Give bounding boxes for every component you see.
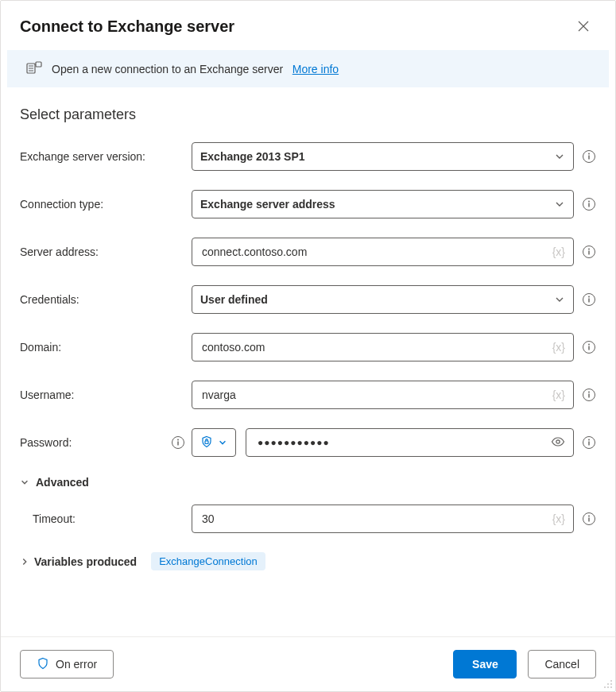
- close-icon: [578, 21, 589, 32]
- info-icon: [582, 197, 596, 211]
- password-label: Password:: [20, 436, 72, 449]
- exchange-version-info-button[interactable]: [582, 149, 596, 164]
- svg-point-15: [588, 344, 590, 346]
- variable-token-icon[interactable]: {x}: [552, 341, 565, 354]
- credentials-value: User defined: [200, 293, 268, 306]
- svg-rect-10: [588, 251, 589, 255]
- variable-token-icon[interactable]: {x}: [552, 245, 565, 258]
- section-title: Select parameters: [20, 106, 596, 123]
- server-address-input[interactable]: {x}: [192, 238, 574, 266]
- svg-point-31: [610, 680, 612, 682]
- credentials-info-button[interactable]: [582, 292, 596, 307]
- info-icon: [582, 292, 596, 307]
- connection-type-select[interactable]: Exchange server address: [192, 190, 574, 218]
- credentials-select[interactable]: User defined: [192, 285, 574, 314]
- password-value: ●●●●●●●●●●●: [258, 437, 330, 448]
- timeout-field[interactable]: [200, 512, 552, 526]
- password-label-info-button[interactable]: [171, 435, 185, 450]
- server-address-field[interactable]: [200, 245, 552, 259]
- svg-rect-1: [36, 62, 41, 67]
- svg-point-29: [588, 516, 590, 517]
- info-icon: [171, 435, 185, 450]
- svg-point-33: [610, 683, 612, 685]
- server-address-info-button[interactable]: [582, 245, 596, 259]
- svg-rect-30: [588, 518, 589, 522]
- advanced-title: Advanced: [36, 476, 89, 489]
- variable-chip[interactable]: ExchangeConnection: [151, 552, 265, 570]
- svg-point-32: [607, 683, 609, 685]
- variable-token-icon[interactable]: {x}: [552, 512, 565, 525]
- timeout-info-button[interactable]: [582, 512, 596, 526]
- svg-point-9: [588, 249, 590, 250]
- chevron-down-icon: [20, 477, 29, 487]
- svg-point-26: [588, 439, 590, 441]
- svg-point-3: [588, 153, 590, 155]
- on-error-button[interactable]: On error: [20, 650, 114, 678]
- domain-label: Domain:: [20, 341, 192, 354]
- svg-rect-23: [205, 441, 208, 444]
- credentials-label: Credentials:: [20, 293, 192, 306]
- chevron-down-icon: [554, 151, 565, 162]
- resize-grip[interactable]: [602, 678, 614, 690]
- username-input[interactable]: {x}: [192, 381, 574, 409]
- username-field[interactable]: [200, 388, 552, 402]
- domain-input[interactable]: {x}: [192, 333, 574, 361]
- server-address-label: Server address:: [20, 245, 192, 258]
- shield-icon: [37, 657, 49, 672]
- connection-type-label: Connection type:: [20, 198, 192, 211]
- svg-point-21: [177, 439, 179, 441]
- reveal-password-button[interactable]: [551, 435, 565, 451]
- on-error-label: On error: [56, 658, 97, 671]
- info-icon: [582, 149, 596, 164]
- svg-rect-22: [177, 442, 178, 446]
- username-label: Username:: [20, 389, 192, 401]
- chevron-down-icon: [218, 438, 227, 447]
- save-button[interactable]: Save: [453, 650, 517, 678]
- info-icon: [582, 245, 596, 259]
- domain-field[interactable]: [200, 340, 552, 354]
- svg-point-34: [604, 686, 606, 688]
- exchange-version-value: Exchange 2013 SP1: [200, 150, 305, 163]
- timeout-input[interactable]: {x}: [192, 505, 574, 533]
- svg-rect-19: [588, 394, 589, 398]
- password-input[interactable]: ●●●●●●●●●●●: [246, 428, 574, 457]
- password-info-button[interactable]: [582, 435, 596, 450]
- svg-point-36: [610, 686, 612, 688]
- timeout-label: Timeout:: [33, 512, 192, 525]
- cancel-button[interactable]: Cancel: [528, 650, 596, 678]
- connection-type-info-button[interactable]: [582, 197, 596, 211]
- exchange-version-label: Exchange server version:: [20, 150, 192, 163]
- svg-rect-4: [588, 156, 589, 160]
- variable-token-icon[interactable]: {x}: [552, 389, 565, 401]
- info-icon: [582, 340, 596, 354]
- svg-rect-16: [588, 346, 589, 350]
- variables-produced-toggle[interactable]: Variables produced ExchangeConnection: [20, 552, 596, 570]
- close-button[interactable]: [571, 14, 596, 39]
- chevron-down-icon: [554, 199, 565, 210]
- svg-point-24: [556, 439, 560, 443]
- svg-rect-27: [588, 442, 589, 446]
- svg-point-35: [607, 686, 609, 688]
- info-icon: [582, 435, 596, 450]
- server-connect-icon: [26, 60, 42, 78]
- svg-rect-7: [588, 203, 589, 207]
- connection-type-value: Exchange server address: [200, 198, 335, 211]
- exchange-version-select[interactable]: Exchange 2013 SP1: [192, 142, 574, 171]
- svg-point-12: [588, 296, 590, 298]
- more-info-link[interactable]: More info: [293, 63, 339, 75]
- chevron-down-icon: [554, 294, 565, 305]
- svg-rect-13: [588, 299, 589, 303]
- password-vault-button[interactable]: [192, 428, 236, 457]
- advanced-toggle[interactable]: Advanced: [20, 476, 596, 489]
- shield-lock-icon: [200, 435, 213, 450]
- eye-icon: [551, 435, 565, 449]
- info-icon: [582, 512, 596, 526]
- dialog-title: Connect to Exchange server: [20, 17, 234, 36]
- username-info-button[interactable]: [582, 388, 596, 402]
- info-icon: [582, 388, 596, 402]
- domain-info-button[interactable]: [582, 340, 596, 354]
- svg-point-6: [588, 201, 590, 203]
- info-bar: Open a new connection to an Exchange ser…: [7, 50, 609, 87]
- chevron-right-icon: [20, 557, 29, 566]
- variables-produced-title: Variables produced: [34, 555, 137, 568]
